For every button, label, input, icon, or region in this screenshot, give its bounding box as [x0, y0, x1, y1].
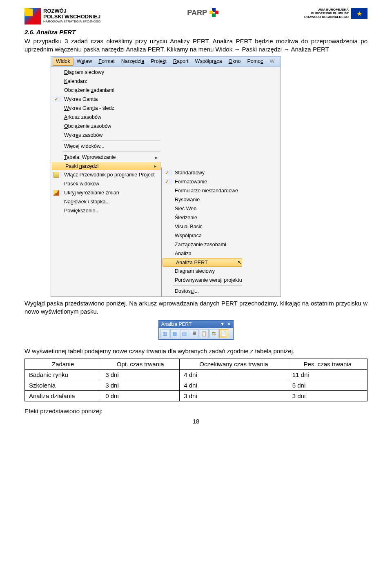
submenu-formatowanie[interactable]: ✓Formatowanie: [162, 177, 243, 186]
toolbar-btn-weights[interactable]: ⚖: [209, 329, 218, 338]
table-row: Analiza działania 0 dni 3 dni 3 dni: [25, 390, 368, 401]
submenu-visual-basic[interactable]: Visual Basic: [162, 222, 243, 231]
menu-item-ukryj-wyroznianie[interactable]: Ukryj wyróżnianie zmian: [51, 188, 161, 197]
submenu-zarzadzanie-zasobami[interactable]: Zarządzanie zasobami: [162, 240, 243, 249]
toolbar-btn-pes-gantt[interactable]: ▤: [180, 329, 189, 338]
toolbar-btn-exp-gantt[interactable]: ▦: [170, 329, 179, 338]
toolbar-btn-pert-sheet[interactable]: 📄: [219, 329, 228, 338]
paragraph-1: W przypadku 3 zadań czas określimy przy …: [24, 37, 368, 54]
menu-item-wiecej-widokow[interactable]: Więcej widoków...: [51, 142, 161, 151]
submenu-porownanie-wersji[interactable]: Porównywanie wersji projektu: [162, 276, 243, 285]
menu-widok[interactable]: Widok: [53, 58, 74, 66]
menu-item-obciazenie-zadaniami[interactable]: Obciążenie zadaniami: [51, 86, 161, 95]
th-opt: Opt. czas trwania: [101, 359, 180, 369]
menu-item-przewodnik[interactable]: Włącz Przewodnik po programie Project: [51, 170, 161, 179]
menu-wspolpraca[interactable]: Współpraca: [192, 58, 225, 66]
pert-durations-table: Zadanie Opt. czas trwania Oczekiwany cza…: [24, 359, 368, 401]
menu-raport[interactable]: Raport: [170, 58, 192, 66]
paragraph-2: Wygląd paska przedstawiono poniżej. Na a…: [24, 299, 368, 316]
menu-item-naglowek-stopka[interactable]: Nagłówek i stopka...: [51, 197, 161, 206]
toolbar-close-icon[interactable]: ✕: [227, 321, 231, 327]
menu-item-wykres-gantta-sledz[interactable]: Wykres Gantta - śledz.: [51, 104, 161, 113]
rozwoj-logo-icon: [24, 8, 41, 25]
toolbar-btn-calc-pert[interactable]: 🖩: [190, 329, 199, 338]
pencil-icon: [53, 190, 59, 196]
menu-item-paski-narzedzi[interactable]: Paski narzędzi▸: [52, 162, 160, 170]
table-row: Szkolenia 3 dni 4 dni 5 dni: [25, 380, 368, 390]
logo-left: ROZWÓJ POLSKI WSCHODNIEJ NARODOWA STRATE…: [24, 8, 101, 25]
menu-wstaw[interactable]: Wstaw: [74, 58, 96, 66]
th-zadanie: Zadanie: [25, 359, 101, 369]
header-left-line2: POLSKI WSCHODNIEJ: [43, 14, 101, 20]
toolbar-options-icon[interactable]: ▼: [220, 321, 225, 327]
dropdown-menus: Diagram sieciowy Kalendarz Obciążenie za…: [51, 67, 281, 297]
arrow-right-icon: ▸: [152, 154, 161, 160]
toolbar-title-label: Analiza PERT: [161, 321, 192, 327]
submenu-dostosuj[interactable]: Dostosuj...: [162, 287, 243, 296]
check-icon: ✓: [162, 170, 172, 176]
menu-projekt[interactable]: Projekt: [147, 58, 170, 66]
cursor-icon: ↖: [237, 259, 242, 265]
eu-flag-icon: ★: [351, 8, 368, 19]
check-icon: ✓: [162, 179, 172, 185]
menu-pomoc[interactable]: Pomoc: [244, 58, 266, 66]
menu-format[interactable]: Format: [95, 58, 118, 66]
menu-screenshot: Widok Wstaw Format Narzędzia Projekt Rap…: [51, 56, 368, 297]
page-number: 18: [24, 418, 368, 425]
menu-item-kalendarz[interactable]: Kalendarz: [51, 77, 161, 86]
menu-separator: [173, 285, 242, 286]
toolbar-titlebar[interactable]: Analiza PERT ▼✕: [159, 321, 233, 328]
menubar: Widok Wstaw Format Narzędzia Projekt Rap…: [51, 56, 281, 67]
page-header: ROZWÓJ POLSKI WSCHODNIEJ NARODOWA STRATE…: [24, 8, 368, 25]
menu-item-obciazenie-zasobow[interactable]: Obciążenie zasobów: [51, 122, 161, 131]
th-pes: Pes. czas trwania: [288, 359, 367, 369]
submenu-siec-web[interactable]: Sieć Web: [162, 204, 243, 213]
menu-item-tabela[interactable]: Tabela: Wprowadzanie▸: [51, 153, 161, 162]
widok-dropdown: Diagram sieciowy Kalendarz Obciążenie za…: [51, 67, 161, 296]
document-page: ROZWÓJ POLSKI WSCHODNIEJ NARODOWA STRATE…: [0, 0, 392, 437]
parp-label: PARP: [187, 9, 207, 17]
th-oczekiwany: Oczekiwany czas trwania: [180, 359, 288, 369]
submenu-formularze[interactable]: Formularze niestandardowe: [162, 186, 243, 195]
menu-item-powiekszenie[interactable]: Powiększenie...: [51, 206, 161, 215]
submenu-diagram-sieciowy[interactable]: Diagram sieciowy: [162, 267, 243, 276]
paragraph-3: W wyświetlonej tabeli podajemy nowe czas…: [24, 347, 368, 355]
submenu-analiza[interactable]: Analiza: [162, 249, 243, 258]
menu-separator: [62, 140, 160, 141]
menu-item-wykres-gantta[interactable]: ✓Wykres Gantta: [51, 95, 161, 104]
submenu-sledzenie[interactable]: Śledzenie: [162, 213, 243, 222]
check-icon: ✓: [51, 96, 62, 102]
toolbar-btn-opt-gantt[interactable]: ▥: [160, 329, 169, 338]
logo-right: UNIA EUROPEJSKA EUROPEJSKI FUNDUSZ ROZWO…: [304, 8, 368, 19]
menu-item-arkusz-zasobow[interactable]: Arkusz zasobów: [51, 113, 161, 122]
section-title: 2.6. Analiza PERT: [24, 29, 368, 36]
parp-icon: [209, 8, 218, 17]
menu-item-diagram-sieciowy[interactable]: Diagram sieciowy: [51, 68, 161, 77]
paski-narzedzi-submenu: ✓Standardowy ✓Formatowanie Formularze ni…: [161, 167, 243, 296]
guide-icon: [53, 172, 59, 178]
logo-center: PARP: [187, 8, 218, 17]
pert-toolbar-screenshot: Analiza PERT ▼✕ ▥ ▦ ▤ 🖩 📋 ⚖ 📄: [24, 320, 368, 340]
menu-narzedzia[interactable]: Narzędzia: [118, 58, 147, 66]
menu-item-wykres-zasobow[interactable]: Wykres zasobów: [51, 131, 161, 140]
arrow-right-icon: ▸: [151, 163, 160, 169]
toolbar-body: ▥ ▦ ▤ 🖩 📋 ⚖ 📄: [159, 328, 233, 339]
table-row: Badanie rynku 3 dni 4 dni 11 dni: [25, 369, 368, 380]
submenu-rysowanie[interactable]: Rysowanie: [162, 195, 243, 204]
menu-separator: [62, 152, 160, 152]
toolbar-btn-pert-form[interactable]: 📋: [200, 329, 209, 338]
submenu-wspolpraca[interactable]: Współpraca: [162, 231, 243, 240]
header-left-line3: NARODOWA STRATEGIA SPÓJNOŚCI: [43, 20, 101, 24]
header-right-line3: ROZWOJU REGIONALNEGO: [304, 16, 349, 19]
table-header-row: Zadanie Opt. czas trwania Oczekiwany cza…: [25, 359, 368, 369]
header-left-line1: ROZWÓJ: [43, 8, 101, 14]
menu-item-pasek-widokow[interactable]: Pasek widoków: [51, 179, 161, 188]
menu-extra: Wl: [266, 58, 278, 66]
paragraph-4: Efekt przedstawiono poniżej:: [24, 407, 368, 415]
submenu-analiza-pert[interactable]: Analiza PERT↖: [163, 258, 242, 267]
submenu-standardowy[interactable]: ✓Standardowy: [162, 168, 243, 177]
menu-okno[interactable]: Okno: [225, 58, 244, 66]
